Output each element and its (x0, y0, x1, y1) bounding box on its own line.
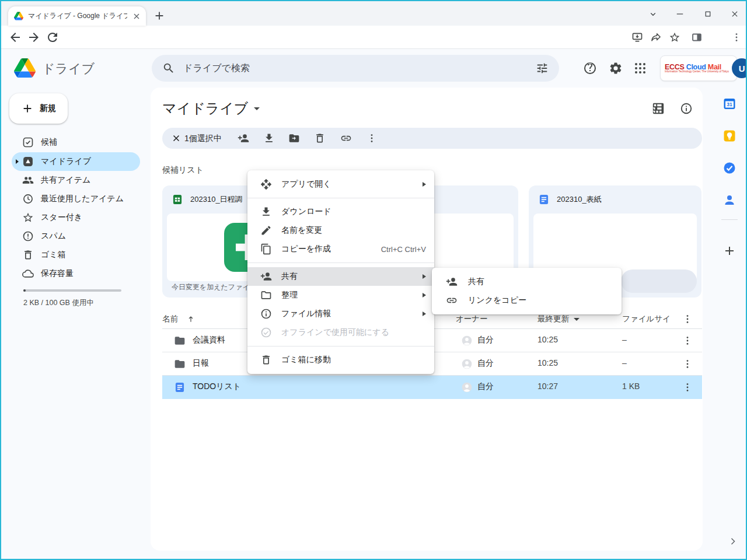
submenu-arrow-icon (423, 274, 426, 279)
menu-item-download[interactable]: ダウンロード (247, 202, 434, 221)
row-menu-icon[interactable] (682, 382, 693, 393)
sidebar-item-shared[interactable]: 共有アイテム (12, 171, 140, 190)
forward-button[interactable] (27, 30, 41, 44)
rename-pencil-icon (260, 225, 272, 236)
column-settings-icon[interactable] (682, 313, 693, 325)
rail-divider (721, 219, 738, 220)
contacts-icon[interactable] (722, 193, 736, 207)
menu-item-make-copy[interactable]: コピーを作成 Ctrl+C Ctrl+V (247, 240, 434, 258)
sidebar-item-spam[interactable]: スパム (12, 227, 140, 246)
sidebar-item-recent[interactable]: 最近使用したアイテム (12, 190, 140, 208)
row-menu-icon[interactable] (682, 358, 693, 370)
calendar-icon[interactable]: 31 (722, 97, 736, 111)
menu-item-file-info[interactable]: ファイル情報 (247, 304, 434, 323)
window-close-button[interactable] (724, 6, 745, 22)
share-person-add-icon[interactable] (238, 132, 249, 144)
reload-button[interactable] (46, 30, 60, 44)
submenu-item-share[interactable]: 共有 (432, 272, 622, 291)
owner-avatar (461, 358, 473, 370)
sidebar-item-trash[interactable]: ゴミ箱 (12, 246, 140, 264)
trash-icon (260, 354, 272, 366)
column-header-name[interactable]: 名前 (162, 314, 196, 324)
drive-logo[interactable] (14, 58, 36, 78)
column-header-size[interactable]: ファイルサイ (622, 314, 671, 324)
share-person-add-icon (260, 271, 272, 282)
tab-close-icon[interactable] (132, 12, 141, 21)
search-bar[interactable]: ドライブで検索 (152, 55, 559, 82)
table-row-selected[interactable]: TODOリスト 自分 10:27 1 KB (162, 376, 702, 399)
browser-tab[interactable]: マイドライブ - Google ドライブ (8, 6, 146, 26)
menu-item-open-with[interactable]: アプリで開く (247, 175, 434, 194)
file-name[interactable]: 日報 (193, 358, 209, 369)
google-apps-grid-icon[interactable] (633, 61, 647, 75)
sort-ascending-icon[interactable] (186, 314, 196, 324)
column-header-owner[interactable]: オーナー (456, 314, 488, 324)
window-minimize-button[interactable] (669, 6, 690, 22)
share-icon[interactable] (650, 32, 662, 43)
menu-item-share[interactable]: 共有 (247, 267, 434, 286)
context-menu: アプリで開く ダウンロード 名前を変更 コピーを作成 Ctrl+C Ctrl+V… (247, 170, 434, 374)
menu-item-label: 名前を変更 (281, 225, 322, 236)
drive-profile-avatar[interactable]: U (732, 58, 747, 78)
search-input[interactable]: ドライブで検索 (183, 62, 528, 75)
window-maximize-button[interactable] (697, 6, 718, 22)
column-header-modified[interactable]: 最終更新 (537, 314, 580, 324)
menu-item-label: コピーを作成 (281, 244, 331, 254)
tasks-icon[interactable] (722, 161, 736, 175)
sidebar-item-suggestions[interactable]: 候補 (12, 133, 140, 152)
sidebar-item-storage[interactable]: 保存容量 (12, 264, 140, 283)
open-with-icon (260, 178, 272, 190)
menu-item-move-to-trash[interactable]: ゴミ箱に移動 (247, 351, 434, 369)
grid-view-icon[interactable] (652, 102, 665, 115)
settings-gear-icon[interactable] (609, 61, 623, 75)
menu-item-organize[interactable]: 整理 (247, 286, 434, 304)
account-chip[interactable]: ECCS Cloud Mail Information Technology C… (660, 55, 737, 81)
sidebar-item-label: 最近使用したアイテム (41, 194, 124, 204)
search-icon[interactable] (162, 62, 175, 75)
tab-search-button[interactable] (643, 6, 664, 22)
submenu-arrow-icon (423, 312, 426, 316)
help-icon[interactable] (583, 61, 597, 75)
file-name[interactable]: TODOリスト (193, 382, 241, 392)
bookmark-star-icon[interactable] (669, 32, 680, 43)
install-icon[interactable] (631, 32, 643, 43)
submenu-item-copy-link[interactable]: リンクをコピー (432, 291, 622, 310)
menu-item-shortcut: Ctrl+C Ctrl+V (381, 245, 426, 254)
sidebar-item-my-drive[interactable]: マイドライブ (12, 152, 140, 171)
menu-item-label: ダウンロード (281, 206, 331, 217)
browser-menu-icon[interactable] (731, 32, 742, 43)
copy-link-icon[interactable] (340, 132, 352, 144)
add-apps-icon[interactable] (722, 244, 736, 258)
clear-selection-icon[interactable] (171, 133, 181, 144)
selection-count: 1個選択中 (184, 134, 222, 144)
download-icon[interactable] (263, 132, 275, 144)
row-menu-icon[interactable] (682, 335, 693, 346)
copy-icon (260, 243, 272, 255)
expand-caret-icon[interactable] (16, 159, 19, 164)
show-side-panel-chevron-icon[interactable] (727, 536, 739, 547)
page-title[interactable]: マイドライブ (162, 99, 260, 118)
new-tab-button[interactable] (153, 9, 166, 22)
title-dropdown-caret-icon[interactable] (254, 107, 260, 110)
more-actions-icon[interactable] (366, 132, 378, 144)
org-logo: ECCS Cloud Mail Information Technology C… (665, 64, 729, 74)
new-button[interactable]: 新規 (9, 93, 68, 124)
share-person-add-icon (446, 276, 458, 288)
menu-item-label: アプリで開く (281, 179, 331, 190)
sidebar-item-label: 保存容量 (41, 268, 74, 279)
side-panel-icon[interactable] (690, 31, 703, 44)
menu-item-offline: オフラインで使用可能にする (247, 323, 434, 342)
file-card-header[interactable]: 202310_表紙 (529, 186, 701, 214)
menu-item-rename[interactable]: 名前を変更 (247, 221, 434, 240)
move-to-folder-icon[interactable] (288, 132, 300, 144)
back-button[interactable] (8, 30, 22, 44)
sidebar-item-label: 候補 (41, 137, 57, 148)
details-info-icon[interactable] (680, 102, 693, 115)
drive-favicon (14, 12, 23, 20)
trash-icon[interactable] (314, 132, 326, 144)
keep-icon[interactable] (722, 129, 736, 143)
file-name[interactable]: 会議資料 (193, 335, 225, 345)
search-options-icon[interactable] (536, 62, 549, 75)
sidebar-item-starred[interactable]: スター付き (12, 208, 140, 227)
offline-check-icon (260, 327, 272, 338)
